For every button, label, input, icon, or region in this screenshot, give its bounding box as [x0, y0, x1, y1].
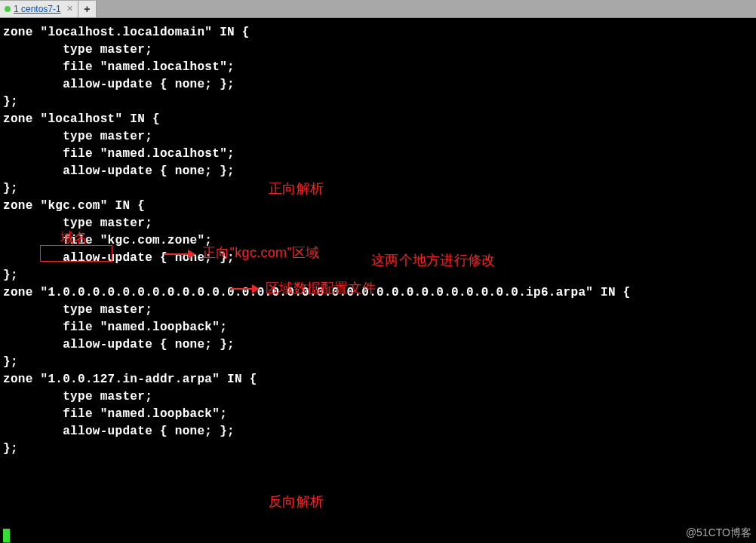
tab-centos7-1[interactable]: 1 centos7-1 ✕ [0, 1, 78, 17]
terminal-line: allow-update { none; }; [3, 76, 753, 94]
annotation-forward-zone: 正向"kgc.com"区域 [202, 244, 320, 262]
terminal-line: allow-update { none; }; [3, 163, 753, 180]
terminal-cursor [3, 529, 10, 542]
terminal-line: type master; [3, 128, 753, 146]
tab-status-icon [5, 6, 11, 12]
terminal-line: zone "localhost" IN { [3, 111, 753, 128]
terminal-line: type master; [3, 302, 753, 319]
terminal-line: zone "1.0.0.127.in-addr.arpa" IN { [3, 371, 753, 388]
annotation-zone-file: 区域数据配置文件 [266, 280, 376, 297]
terminal-area[interactable]: zone "localhost.localdomain" IN { type m… [0, 18, 756, 461]
terminal-line: file "named.loopback"; [3, 406, 753, 423]
close-icon[interactable]: ✕ [66, 4, 73, 14]
annotation-reverse-resolve: 反向解析 [269, 493, 324, 511]
annotation-forward-resolve: 正向解析 [269, 180, 324, 198]
terminal-line: }; [3, 94, 753, 111]
terminal-line: }; [3, 267, 753, 284]
watermark: @51CTO博客 [686, 526, 751, 540]
terminal-line: file "named.localhost"; [3, 146, 753, 163]
terminal-line: }; [3, 354, 753, 371]
terminal-line: allow-update { none; }; [3, 336, 753, 354]
terminal-line: file "named.localhost"; [3, 59, 753, 76]
tab-bar: 1 centos7-1 ✕ + [0, 0, 756, 18]
terminal-line: }; [3, 180, 753, 198]
terminal-line: }; [3, 440, 753, 458]
terminal-line: zone "localhost.localdomain" IN { [3, 24, 753, 41]
arrow-icon [164, 253, 195, 255]
tab-label: 1 centos7-1 [14, 4, 61, 14]
terminal-line: type master; [3, 41, 753, 59]
terminal-line: file "named.loopback"; [3, 319, 753, 336]
new-tab-button[interactable]: + [78, 1, 97, 17]
arrow-icon [230, 288, 259, 290]
terminal-line: zone "1.0.0.0.0.0.0.0.0.0.0.0.0.0.0.0.0.… [3, 284, 753, 302]
terminal-line: file "kgc.com.zone"; [3, 232, 753, 250]
annotation-domain-label: 域名 [60, 229, 88, 247]
terminal-line: type master; [3, 215, 753, 232]
terminal-line: type master; [3, 388, 753, 406]
terminal-line: allow-update { none; }; [3, 423, 753, 440]
red-box-domain [40, 245, 112, 262]
annotation-modify-note: 这两个地方进行修改 [371, 252, 496, 269]
terminal-line: zone "kgc.com" IN { [3, 198, 753, 215]
